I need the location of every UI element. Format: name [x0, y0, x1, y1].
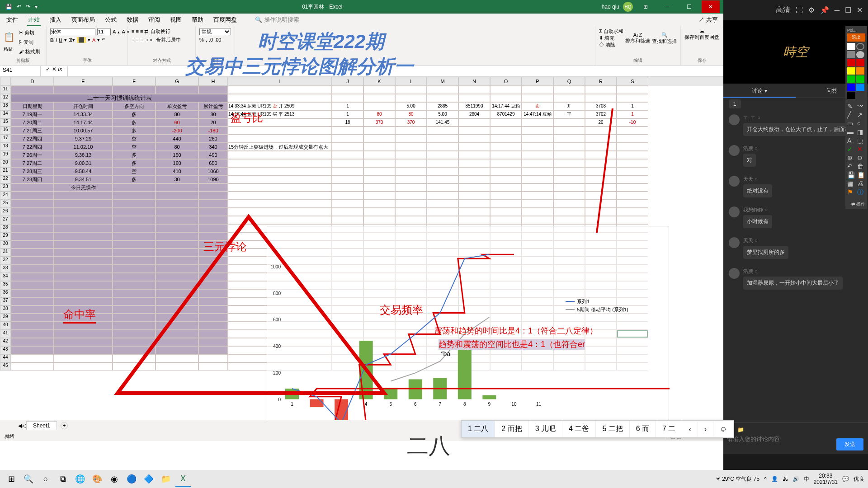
save-icon[interactable]: 💾	[5, 4, 12, 10]
avatar[interactable]	[729, 268, 740, 279]
font-size-select[interactable]	[97, 28, 111, 35]
tray-people-icon[interactable]: 👤	[771, 476, 778, 482]
app-icon-1[interactable]: 🎨	[90, 471, 105, 487]
cut-button[interactable]: ✂ 剪切	[17, 28, 42, 38]
avatar[interactable]	[729, 206, 740, 217]
font-name-select[interactable]	[50, 28, 95, 35]
chrome-icon[interactable]: ◉	[107, 471, 122, 487]
minimize-icon[interactable]: ─	[658, 0, 676, 13]
weather-widget[interactable]: ☀ 29°C 空气良 75	[716, 475, 760, 483]
tool-marker-icon[interactable]: ▬	[847, 128, 856, 136]
user-name[interactable]: hao qiu	[602, 4, 619, 10]
start-button[interactable]: ⊞	[4, 471, 19, 487]
ime-candidate[interactable]: 5 二把	[596, 421, 629, 437]
tool-save-icon[interactable]: 💾	[847, 171, 856, 178]
ime-prev[interactable]: ‹	[682, 422, 698, 437]
hd-label[interactable]: 高清	[776, 5, 790, 15]
notifications-icon[interactable]: 💬	[842, 476, 849, 482]
tray-net-icon[interactable]: 🖧	[783, 476, 788, 482]
tool-check-icon[interactable]: ✓	[847, 145, 856, 153]
app-icon-3[interactable]: 🔷	[141, 471, 156, 487]
underline-button[interactable]: U	[59, 38, 62, 43]
avatar[interactable]	[729, 114, 740, 125]
menu-view[interactable]: 视图	[169, 14, 183, 26]
chat-input[interactable]	[727, 436, 823, 442]
stream-close-icon[interactable]: ✕	[857, 6, 863, 14]
tool-grid-icon[interactable]: ▦	[847, 180, 856, 187]
search-icon[interactable]: 🔍	[21, 471, 36, 487]
attach-icon[interactable]: 📁	[737, 427, 744, 433]
tool-rect-icon[interactable]: ▭	[847, 120, 856, 127]
menu-review[interactable]: 审阅	[147, 14, 161, 26]
ime-emoji[interactable]: ☺	[713, 422, 734, 437]
tool-select-icon[interactable]: ⬚	[857, 137, 866, 144]
tool-pencil-icon[interactable]: ✎	[847, 103, 856, 110]
tab-nav-prev[interactable]: ◁	[22, 422, 26, 429]
tool-arrow-icon[interactable]: ↗	[857, 111, 866, 118]
tray-ime-icon[interactable]: 中	[804, 475, 809, 483]
tool-cross-icon[interactable]: ✕	[857, 145, 866, 153]
chart-object[interactable]: -400-200020040060080010001234567891011 系…	[267, 226, 669, 420]
tool-text-icon[interactable]: A	[847, 137, 856, 144]
taskview-icon[interactable]: ⧉	[55, 471, 71, 487]
menu-layout[interactable]: 页面布局	[71, 14, 96, 26]
ime-next[interactable]: ›	[698, 422, 713, 437]
ime-candidate[interactable]: 3 儿吧	[529, 421, 562, 437]
sheet-tab-1[interactable]: Sheet1	[26, 421, 57, 430]
clock[interactable]: 20:332021/7/31	[814, 473, 838, 485]
ribbon-display-icon[interactable]: ⊞	[637, 0, 655, 13]
tab-discussion[interactable]: 讨论 ▾	[723, 84, 796, 98]
tool-undo-icon[interactable]: ↶	[847, 163, 856, 170]
menu-home[interactable]: 开始	[27, 14, 41, 26]
app-icon-2[interactable]: 🔵	[124, 471, 139, 487]
tool-flag-icon[interactable]: ⚑	[847, 188, 856, 197]
avatar[interactable]	[729, 145, 740, 156]
menu-formula[interactable]: 公式	[104, 14, 118, 26]
pin-icon[interactable]: 📌	[820, 6, 829, 14]
menu-baidu[interactable]: 百度网盘	[212, 14, 238, 26]
redo-icon[interactable]: ↷	[26, 4, 30, 10]
ime-candidate[interactable]: 4 二爸	[562, 421, 596, 437]
ime-candidate[interactable]: 2 而把	[495, 421, 528, 437]
tool-trash-icon[interactable]: 🗑	[857, 163, 866, 170]
ime-candidate[interactable]: 7 二	[656, 421, 682, 437]
cortana-icon[interactable]: ○	[38, 471, 53, 487]
undo-icon[interactable]: ↶	[17, 4, 21, 10]
tool-clipboard-icon[interactable]: 📋	[857, 171, 866, 178]
tell-me-search[interactable]: 🔍 操作说明搜索	[255, 16, 299, 24]
tool-info-icon[interactable]: ⓘ	[857, 188, 866, 197]
exit-annotation-button[interactable]: 退出	[847, 33, 865, 42]
tool-shrink-icon[interactable]: ⊖	[857, 154, 866, 161]
clear-button[interactable]: ◇ 清除	[599, 42, 623, 48]
autosum-button[interactable]: Σ 自动求和	[599, 28, 623, 35]
user-avatar[interactable]: HQ	[623, 2, 633, 12]
stream-max-icon[interactable]: ☐	[845, 6, 851, 14]
explorer-icon[interactable]: 📁	[158, 471, 174, 487]
ime-candidate[interactable]: 6 而	[630, 421, 656, 437]
tab-nav-first[interactable]: ◀	[18, 422, 22, 429]
stream-min-icon[interactable]: ─	[835, 6, 840, 14]
tool-zoom-icon[interactable]: ⊕	[847, 154, 856, 161]
wrap-text-button[interactable]: 自动换行	[151, 28, 170, 35]
menu-insert[interactable]: 插入	[49, 14, 62, 26]
formula-bar[interactable]	[68, 66, 723, 76]
paste-button[interactable]: 📋粘贴	[4, 32, 15, 53]
copy-button[interactable]: ⎘ 复制	[17, 38, 42, 47]
tool-eraser-icon[interactable]: ◨	[857, 128, 866, 136]
number-format-select[interactable]: 常规	[199, 28, 231, 35]
avatar[interactable]	[729, 176, 740, 187]
phonetic-icon[interactable]: ᵂ	[102, 37, 105, 43]
fullscreen-icon[interactable]: ⛶	[796, 6, 803, 14]
edge-icon[interactable]: 🌐	[72, 471, 88, 487]
menu-help[interactable]: 帮助	[191, 14, 204, 26]
merge-button[interactable]: 合并后居中	[156, 37, 181, 43]
add-sheet-button[interactable]: +	[61, 422, 68, 429]
tool-line-icon[interactable]: ╱	[847, 111, 856, 118]
settings-icon[interactable]: ⚙	[808, 6, 815, 14]
tool-print-icon[interactable]: 🖨	[857, 180, 866, 187]
maximize-icon[interactable]: ☐	[680, 0, 698, 13]
spreadsheet-grid[interactable]: DEFGHIJKLMNOPQRS 1112二十一天习惯训练统计表13日期星期开仓…	[0, 77, 723, 420]
tool-circle-icon[interactable]: ○	[857, 120, 866, 127]
qat-dropdown-icon[interactable]: ▾	[35, 4, 38, 10]
fill-color-button[interactable]: ⬛	[77, 37, 86, 43]
